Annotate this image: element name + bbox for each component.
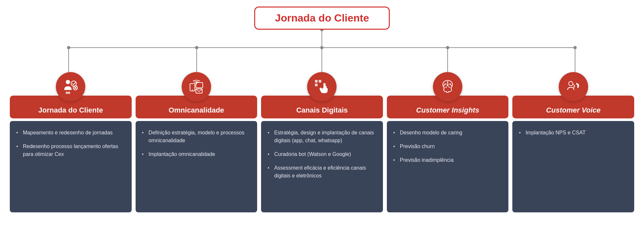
connector-area (10, 30, 634, 72)
bullet-list-omni: Definição estratégia, modelo e processos… (142, 129, 251, 158)
content-card-canais: Estratégia, design e implantação de cana… (261, 121, 383, 212)
content-card-jornada: Mapeamento e redesenho de jornadas Redes… (10, 121, 132, 212)
list-item: Implantação omnicanalidade (142, 150, 251, 158)
label-text-voice: Customer Voice (546, 106, 601, 114)
list-item: Mapeamento e redesenho de jornadas (16, 129, 125, 137)
svg-rect-23 (315, 84, 318, 86)
columns-wrapper: Jornada do Cliente Mapeamento e redesenh… (10, 72, 634, 212)
svg-point-31 (444, 84, 446, 85)
svg-point-10 (320, 46, 323, 49)
label-text-canais: Canais Digitais (296, 106, 348, 114)
svg-point-13 (66, 80, 70, 84)
svg-point-34 (443, 85, 444, 86)
list-item: Previsão inadimplência (393, 156, 502, 164)
svg-point-7 (320, 30, 323, 31)
column-omni: Omnicanalidade Definição estratégia, mod… (136, 72, 257, 212)
list-item: Estratégia, design e implantação de cana… (268, 129, 376, 145)
svg-point-33 (447, 84, 448, 86)
icon-canais (307, 72, 337, 101)
svg-point-32 (450, 84, 451, 85)
svg-point-38 (569, 82, 573, 86)
icon-jornada (56, 72, 85, 101)
list-item: Previsão churn (393, 143, 502, 150)
page-wrapper: Jornada do Cliente (0, 0, 644, 222)
svg-point-36 (446, 87, 447, 88)
svg-point-17 (192, 89, 193, 90)
svg-point-8 (67, 46, 70, 49)
svg-point-12 (573, 46, 577, 49)
label-text-jornada: Jornada do Cliente (38, 106, 103, 114)
icon-voice (559, 72, 588, 101)
svg-point-11 (446, 46, 449, 49)
list-item: Curadoria bot (Watson e Google) (268, 150, 376, 158)
bullet-list-insights: Desenho modelo de caring Previsão churn … (393, 129, 502, 164)
page-title: Jornada do Cliente (275, 12, 369, 24)
list-item: Assessment eficácia e eficiência canais … (268, 164, 376, 180)
svg-point-20 (196, 83, 197, 84)
bullet-list-canais: Estratégia, design e implantação de cana… (268, 129, 376, 180)
list-item: Implantação NPS e CSAT (519, 129, 628, 137)
content-card-voice: Implantação NPS e CSAT (512, 121, 634, 212)
icon-insights (433, 72, 462, 101)
svg-rect-21 (315, 80, 318, 83)
content-card-insights: Desenho modelo de caring Previsão churn … (387, 121, 509, 212)
label-text-omni: Omnicanalidade (169, 106, 224, 114)
column-voice: Customer Voice Implantação NPS e CSAT (512, 72, 634, 212)
label-text-insights: Customer Insights (416, 106, 479, 114)
list-item: Desenho modelo de caring (393, 129, 502, 137)
column-jornada: Jornada do Cliente Mapeamento e redesenh… (10, 72, 132, 212)
svg-point-35 (451, 85, 452, 86)
svg-point-9 (195, 46, 198, 49)
connector-lines-svg (10, 30, 634, 72)
list-item: Definição estratégia, modelo e processos… (142, 129, 251, 145)
svg-rect-22 (319, 80, 322, 83)
icon-omni (182, 72, 211, 101)
title-box: Jornada do Cliente (254, 7, 389, 30)
bullet-list-voice: Implantação NPS e CSAT (519, 129, 628, 137)
top-title-container: Jornada do Cliente (10, 7, 634, 30)
svg-point-30 (447, 81, 448, 83)
content-card-omni: Definição estratégia, modelo e processos… (136, 121, 257, 212)
svg-point-37 (449, 87, 450, 88)
bullet-list-jornada: Mapeamento e redesenho de jornadas Redes… (16, 129, 125, 158)
column-insights: Customer Insights Desenho modelo de cari… (387, 72, 509, 212)
list-item: Redesenho processo lançamento ofertas pa… (16, 143, 125, 158)
column-canais: Canais Digitais Estratégia, design e imp… (261, 72, 383, 212)
